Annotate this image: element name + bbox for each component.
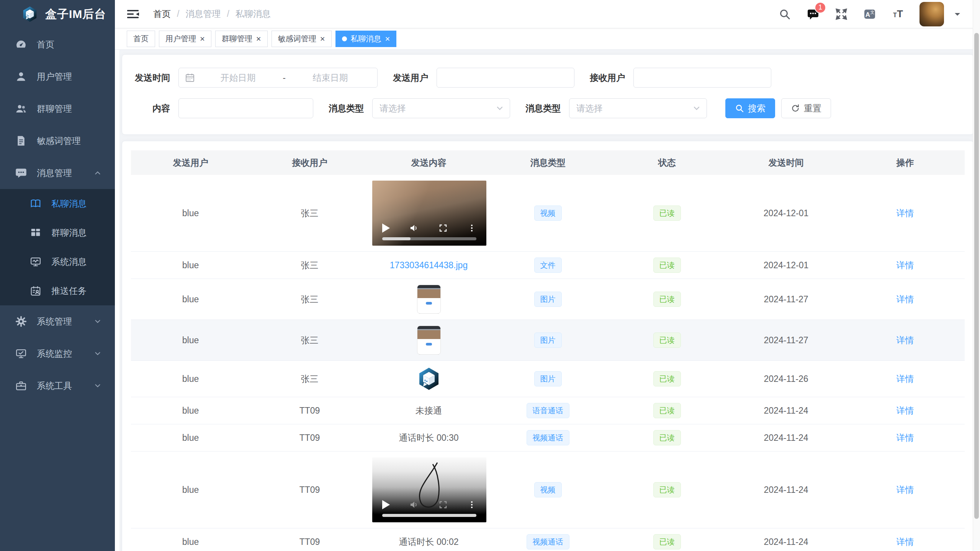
detail-link[interactable]: 详情	[897, 406, 914, 416]
chevron-down-icon[interactable]	[953, 10, 962, 18]
submenu-item-群聊消息[interactable]: 群聊消息	[0, 218, 115, 247]
cell-receiver: TT09	[250, 452, 369, 528]
message-type-tag: 视频通话	[527, 430, 569, 445]
fullscreen-icon[interactable]	[834, 7, 848, 21]
volume-icon[interactable]	[409, 223, 419, 233]
video-controls	[372, 223, 486, 233]
send-user-input[interactable]	[437, 68, 574, 88]
sidebar-item-用户管理[interactable]: 用户管理	[0, 60, 115, 93]
tab-敏感词管理[interactable]: 敏感词管理×	[272, 31, 332, 47]
image-thumbnail[interactable]	[417, 285, 441, 314]
cell-status: 已读	[607, 528, 726, 551]
scrollbar-thumb[interactable]	[974, 33, 979, 519]
message-type-2-select[interactable]: 请选择	[569, 98, 707, 118]
chevron-down-icon	[93, 317, 102, 326]
cell-message-type: 视频	[488, 452, 607, 528]
detail-link[interactable]: 详情	[897, 374, 914, 384]
content-input[interactable]	[178, 98, 313, 118]
video-thumbnail[interactable]	[372, 457, 486, 522]
monitor-icon	[30, 256, 41, 267]
messages-icon[interactable]: 1	[806, 7, 820, 21]
table-row: blue张三图片已读2024-11-26详情	[131, 361, 965, 397]
tab-私聊消息[interactable]: 私聊消息×	[335, 31, 397, 47]
avatar[interactable]	[919, 2, 944, 26]
main-area: 首页 / 消息管理 / 私聊消息 1 A文	[115, 0, 980, 551]
detail-link[interactable]: 详情	[897, 294, 914, 304]
document-icon	[15, 135, 27, 147]
submenu-item-私聊消息[interactable]: 私聊消息	[0, 189, 115, 218]
detail-link[interactable]: 详情	[897, 335, 914, 345]
message-type-tag: 视频	[534, 482, 562, 497]
message-table-card: 发送用户接收用户发送内容消息类型状态发送时间操作 blue张三视频已读2024-…	[122, 141, 974, 551]
image-thumbnail-logo[interactable]	[417, 367, 441, 391]
video-progress-fill	[382, 514, 476, 517]
submenu-item-推送任务[interactable]: 推送任务	[0, 276, 115, 305]
sidebar-item-系统工具[interactable]: 系统工具	[0, 370, 115, 402]
play-icon[interactable]	[382, 223, 390, 233]
filter-row-2: 内容 消息类型 请选择 消息类型 请选择 搜索	[130, 98, 963, 118]
menu-item-label: 系统管理	[37, 316, 72, 328]
app-logo[interactable]: 盒子IM后台	[0, 0, 115, 28]
video-progress-bar[interactable]	[382, 237, 476, 240]
reset-button[interactable]: 重置	[781, 98, 831, 118]
sidebar-item-群聊管理[interactable]: 群聊管理	[0, 93, 115, 125]
detail-link[interactable]: 详情	[897, 433, 914, 443]
fullscreen-icon[interactable]	[438, 500, 448, 509]
sidebar-item-系统监控[interactable]: 系统监控	[0, 337, 115, 370]
translate-icon[interactable]: A文	[863, 7, 877, 21]
collapse-sidebar-icon[interactable]	[126, 8, 140, 20]
breadcrumb-message-management: 消息管理	[185, 8, 221, 20]
chevron-down-icon	[93, 349, 102, 358]
receive-user-input[interactable]	[633, 68, 771, 88]
menu-item-label: 首页	[37, 39, 54, 51]
reset-button-label: 重置	[804, 103, 821, 114]
tab-首页[interactable]: 首页	[127, 31, 155, 47]
detail-link[interactable]: 详情	[897, 537, 914, 547]
submenu-item-系统消息[interactable]: 系统消息	[0, 247, 115, 276]
breadcrumb-home[interactable]: 首页	[153, 8, 171, 20]
sidebar-item-消息管理[interactable]: 消息管理	[0, 157, 115, 189]
cell-sender: blue	[131, 175, 250, 252]
close-icon[interactable]: ×	[256, 35, 261, 43]
search-icon[interactable]	[778, 7, 792, 21]
page-scrollbar[interactable]	[973, 0, 980, 551]
volume-icon[interactable]	[409, 500, 419, 509]
fullscreen-icon[interactable]	[438, 223, 448, 233]
image-thumbnail[interactable]	[417, 326, 441, 355]
detail-link[interactable]: 详情	[897, 260, 914, 270]
message-type-select[interactable]: 请选择	[372, 98, 510, 118]
sidebar-item-首页[interactable]: 首页	[0, 28, 115, 60]
cell-status: 已读	[607, 175, 726, 252]
file-link[interactable]: 1733034614438.jpg	[390, 260, 468, 270]
close-icon[interactable]: ×	[200, 35, 205, 43]
close-icon[interactable]: ×	[320, 35, 325, 43]
video-thumbnail[interactable]	[372, 181, 486, 246]
tab-用户管理[interactable]: 用户管理×	[159, 31, 211, 47]
message-type-tag: 视频通话	[527, 534, 569, 549]
topbar: 首页 / 消息管理 / 私聊消息 1 A文	[115, 0, 980, 28]
detail-link[interactable]: 详情	[897, 485, 914, 495]
kebab-menu-icon[interactable]	[467, 500, 476, 509]
search-button[interactable]: 搜索	[725, 98, 775, 118]
start-date-input[interactable]	[197, 73, 279, 83]
cell-message-type: 视频	[488, 175, 607, 252]
play-icon[interactable]	[382, 500, 390, 509]
video-progress-fill	[382, 237, 411, 240]
date-range-input[interactable]: -	[178, 68, 378, 88]
close-icon[interactable]: ×	[385, 35, 390, 43]
detail-link[interactable]: 详情	[897, 208, 914, 218]
video-progress-bar[interactable]	[382, 514, 476, 517]
sidebar-item-敏感词管理[interactable]: 敏感词管理	[0, 125, 115, 157]
tab-label: 首页	[133, 34, 149, 44]
cell-status: 已读	[607, 397, 726, 424]
chevron-down-icon	[93, 381, 102, 390]
end-date-input[interactable]	[290, 73, 371, 83]
font-size-icon[interactable]: TT	[891, 7, 905, 21]
date-separator: -	[281, 73, 287, 83]
table-row: blueTT09通话时长 00:30视频通话已读2024-11-24详情	[131, 424, 965, 452]
sidebar-item-系统管理[interactable]: 系统管理	[0, 305, 115, 337]
kebab-menu-icon[interactable]	[467, 223, 476, 233]
message-type-2-label: 消息类型	[525, 103, 561, 114]
tab-群聊管理[interactable]: 群聊管理×	[215, 31, 268, 47]
message-type-tag: 语音通话	[527, 403, 569, 418]
